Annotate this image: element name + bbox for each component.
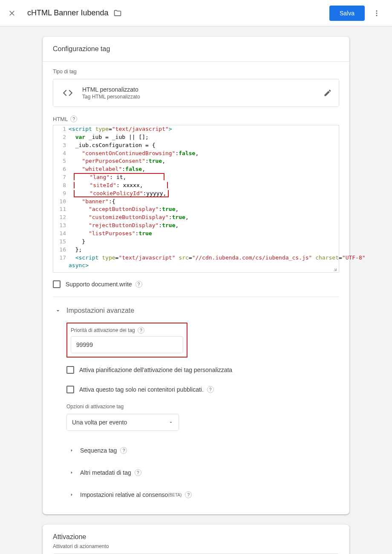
code-line: "consentOnContinuedBrowsing":false, [69,150,199,158]
line-number: 9 [53,190,69,198]
help-icon[interactable]: ? [185,491,192,498]
advanced-toggle[interactable]: Impostazioni avanzate [53,303,339,318]
beta-badge: (BETA) [168,493,182,497]
priority-input[interactable] [71,336,183,353]
help-icon[interactable]: ? [207,386,214,393]
published-only-label: Attiva questo tag solo nei contenitori p… [79,386,204,393]
line-number: 7 [53,173,69,182]
config-card-title: Configurazione tag [43,37,349,62]
code-line: "acceptButtonDisplay":true, [69,205,179,214]
folder-icon[interactable] [113,9,122,17]
line-number: 3 [53,141,69,150]
html-field-label: HTML ? [53,115,339,122]
line-number: 8 [53,182,69,190]
help-icon[interactable]: ? [120,447,127,454]
code-line: "lang": it, [69,173,164,182]
priority-highlight: Priorità di attivazione dei tag ? [66,323,187,358]
chevron-right-icon [66,445,77,456]
svg-point-0 [376,10,378,12]
options-select[interactable]: Una volta per evento [66,414,179,431]
options-block: Opzioni di attivazione tag Una volta per… [66,404,339,431]
consent-label: Impostazioni relative al consenso [80,491,168,498]
code-line: "siteId": xxxxx, [69,182,168,190]
code-line: "listPurposes":true [69,230,152,238]
sequence-toggle[interactable]: Sequenza tag ? [66,441,339,460]
line-number: 6 [53,165,69,173]
line-number: 2 [53,133,69,141]
line-number: 4 [53,150,69,158]
activation-card: Attivazione Attivatori di azionamento Al… [43,525,349,554]
help-icon[interactable]: ? [135,281,142,288]
tag-type-name: HTML personalizzato [82,86,323,93]
code-line: "whitelabel":false, [69,165,145,173]
priority-label: Priorità di attivazione dei tag ? [71,327,183,334]
code-line: }; [69,246,82,254]
code-line: _iub.csConfiguration = { [69,141,156,150]
docwrite-row: Supporto document.write ? [53,280,339,288]
options-value: Una volta per evento [72,419,127,426]
code-icon [60,85,75,101]
code-line: "customizeButtonDisplay":true, [69,214,189,222]
docwrite-label: Supporto document.write [66,281,132,288]
content-area: Configurazione tag Tipo di tag HTML pers… [0,26,392,554]
resize-handle-icon[interactable] [331,265,337,271]
published-only-row: Attiva questo tag solo nei contenitori p… [66,386,339,393]
docwrite-checkbox[interactable] [53,280,61,288]
code-line: async> [69,262,89,270]
tag-type-texts: HTML personalizzato Tag HTML personalizz… [82,86,323,100]
activation-section: Attivatori di azionamento All Pages Visu… [43,543,349,554]
line-number: 1 [53,125,69,133]
schedule-checkbox[interactable] [66,366,74,374]
metadata-label: Altri metadati di tag [80,469,131,476]
advanced-content: Priorità di attivazione dei tag ? Attiva… [66,323,339,504]
line-number: 10 [53,198,69,206]
schedule-row: Attiva pianificazione dell'attivazione d… [66,366,339,374]
help-icon[interactable]: ? [70,115,77,122]
code-line: } [69,238,85,246]
svg-point-2 [376,14,378,16]
svg-point-1 [376,12,378,14]
tag-type-desc: Tag HTML personalizzato [82,94,323,100]
header-bar: cHTML Banner Iubenda Salva [0,0,392,26]
activation-card-title: Attivazione [43,525,349,543]
title-text: cHTML Banner Iubenda [27,9,108,17]
line-number: 13 [53,222,69,230]
tag-type-label: Tipo di tag [53,69,339,75]
code-line: var _iub = _iub || []; [69,133,149,141]
line-number: 15 [53,238,69,246]
close-icon[interactable] [7,8,17,18]
line-number: 17 [53,254,69,262]
chevron-right-icon [66,467,77,478]
consent-toggle[interactable]: Impostazioni relative al consenso (BETA)… [66,485,339,504]
config-card: Configurazione tag Tipo di tag HTML pers… [43,37,349,514]
tag-type-section: Tipo di tag HTML personalizzato Tag HTML… [43,62,349,514]
metadata-toggle[interactable]: Altri metadati di tag ? [66,463,339,482]
code-line: "rejectButtonDisplay":true, [69,222,179,230]
sequence-label: Sequenza tag [80,447,117,454]
edit-icon[interactable] [323,89,332,97]
code-line: "banner":{ [69,198,115,206]
line-number: 16 [53,246,69,254]
chevron-right-icon [66,490,77,500]
tag-type-selector[interactable]: HTML personalizzato Tag HTML personalizz… [53,79,339,107]
published-only-checkbox[interactable] [66,386,74,393]
code-line: "cookiePolicyId":yyyyy, [69,190,169,198]
more-menu-icon[interactable] [368,5,385,22]
code-line: <script type="text/javascript" src="//cd… [69,254,366,262]
help-icon[interactable]: ? [135,469,141,476]
code-line: "perPurposeConsent":true, [69,157,165,165]
line-number: 12 [53,214,69,222]
line-number: 14 [53,230,69,238]
help-icon[interactable]: ? [138,327,144,334]
line-number: 11 [53,205,69,214]
triggers-label: Attivatori di azionamento [53,543,339,549]
divider [53,297,339,297]
html-label-text: HTML [53,116,68,122]
options-label: Opzioni di attivazione tag [66,404,339,410]
advanced-label: Impostazioni avanzate [66,307,134,315]
code-line: <script type="text/javascript"> [69,125,172,133]
line-number [53,262,69,270]
schedule-label: Attiva pianificazione dell'attivazione d… [79,366,232,373]
html-code-editor[interactable]: 1<script type="text/javascript"> 2 var _… [53,125,339,273]
save-button[interactable]: Salva [329,6,365,21]
